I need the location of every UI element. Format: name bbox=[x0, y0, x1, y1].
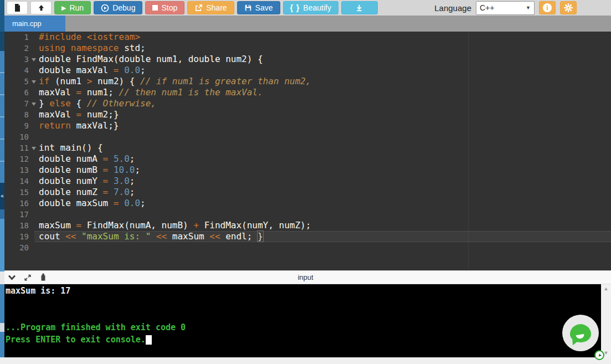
info-icon: i bbox=[543, 3, 552, 12]
bottom-strip bbox=[0, 357, 611, 364]
code-token: return bbox=[39, 120, 71, 131]
line-number: 8 bbox=[4, 109, 34, 120]
code-token: = bbox=[103, 165, 109, 175]
editor-code-area[interactable]: #include <iostream>using namespace std;d… bbox=[34, 32, 611, 253]
code-token: int main() { bbox=[39, 142, 103, 153]
code-token: if bbox=[39, 76, 49, 86]
code-line[interactable]: double numZ = 7.0; bbox=[39, 187, 611, 198]
code-token: = bbox=[103, 153, 109, 164]
code-line[interactable]: double numA = 5.0; bbox=[39, 153, 611, 165]
debug-button[interactable]: Debug bbox=[94, 1, 142, 14]
tab-main-cpp[interactable]: main.cpp bbox=[4, 16, 65, 32]
code-line[interactable]: maxVal = num2;} bbox=[39, 109, 611, 120]
code-line[interactable]: if (num1 > num2) { // if num1 is greater… bbox=[39, 76, 611, 87]
share-button-label: Share bbox=[206, 3, 227, 12]
code-token: = bbox=[103, 187, 109, 197]
code-token: << bbox=[209, 231, 220, 242]
code-token: ; bbox=[140, 65, 146, 75]
line-number: 2 bbox=[4, 43, 34, 54]
code-token: else bbox=[49, 98, 71, 109]
stop-button[interactable]: Stop bbox=[145, 1, 184, 14]
new-file-button[interactable] bbox=[7, 1, 28, 14]
line-number: 20 bbox=[4, 242, 34, 253]
code-token bbox=[108, 165, 114, 175]
scroll-to-bottom-badge[interactable]: ➤ bbox=[594, 350, 604, 360]
language-select[interactable]: C++ ▼ bbox=[476, 1, 535, 15]
code-line[interactable] bbox=[39, 131, 611, 142]
code-line[interactable]: maxSum = FindMax(numA, numB) + FindMax(n… bbox=[39, 220, 611, 231]
line-number: 17 bbox=[4, 209, 34, 220]
code-token: maxVal;} bbox=[71, 120, 119, 131]
code-line[interactable]: } else { // Otherwise, bbox=[39, 98, 611, 109]
code-token: double maxSum bbox=[39, 198, 114, 208]
code-token: > bbox=[87, 76, 93, 86]
settings-button[interactable] bbox=[560, 1, 577, 14]
terminal-line: Press ENTER to exit console. bbox=[6, 334, 601, 346]
braces-icon: { } bbox=[290, 3, 300, 12]
code-token: (num1 bbox=[49, 76, 86, 86]
code-token bbox=[151, 231, 156, 242]
code-line[interactable]: using namespace std; bbox=[39, 43, 611, 54]
line-number: 5 bbox=[4, 76, 34, 87]
beautify-button[interactable]: { } Beautify bbox=[283, 1, 338, 14]
code-token: << bbox=[65, 231, 76, 242]
code-line[interactable]: #include <iostream> bbox=[39, 32, 611, 43]
terminal-line bbox=[6, 297, 601, 309]
save-button-label: Save bbox=[255, 3, 273, 12]
sidebar-segment bbox=[0, 284, 4, 357]
scroll-down-icon[interactable]: ▼ bbox=[604, 348, 609, 357]
code-line[interactable] bbox=[39, 242, 611, 253]
code-token: num2;} bbox=[81, 109, 119, 120]
console-input-label[interactable]: input bbox=[0, 273, 611, 281]
chat-bubble-icon bbox=[570, 324, 591, 342]
code-line[interactable]: maxVal = num1; // then num1 is the maxVa… bbox=[39, 87, 611, 98]
save-button[interactable]: Save bbox=[237, 1, 280, 14]
info-button[interactable]: i bbox=[539, 1, 556, 14]
scroll-up-icon[interactable]: ▲ bbox=[604, 284, 609, 293]
code-line[interactable]: return maxVal;} bbox=[39, 120, 611, 131]
upload-button[interactable] bbox=[30, 1, 52, 14]
sidebar-collapse-icon[interactable]: « bbox=[0, 183, 4, 209]
share-button[interactable]: Share bbox=[187, 1, 234, 14]
code-line[interactable]: double maxSum = 0.0; bbox=[39, 198, 611, 209]
code-token: = bbox=[76, 220, 81, 230]
code-line[interactable]: double numY = 3.0; bbox=[39, 176, 611, 187]
code-token: double numA bbox=[39, 153, 103, 164]
code-token: // if num1 is greater than num2, bbox=[140, 76, 311, 86]
run-button-label: Run bbox=[69, 3, 84, 12]
code-token: double maxVal bbox=[39, 65, 114, 75]
code-line[interactable] bbox=[39, 209, 611, 220]
code-line[interactable]: int main() { bbox=[39, 142, 611, 153]
editor-gutter: 1234567891011121314151617181920 bbox=[4, 32, 34, 253]
code-editor[interactable]: 1234567891011121314151617181920 #include… bbox=[0, 32, 611, 270]
code-token: using namespace bbox=[39, 43, 119, 53]
code-token bbox=[119, 198, 125, 208]
code-token: 3.0 bbox=[114, 176, 130, 186]
run-button[interactable]: ▶ Run bbox=[54, 1, 91, 14]
chat-widget-button[interactable] bbox=[562, 315, 599, 351]
terminal-line bbox=[6, 309, 601, 321]
code-token: + bbox=[193, 220, 199, 230]
play-circle-icon bbox=[101, 4, 109, 12]
download-button[interactable] bbox=[341, 1, 378, 14]
code-line[interactable]: cout << "maxSum is: " << maxSum << endl;… bbox=[39, 231, 611, 242]
line-number: 14 bbox=[4, 176, 34, 187]
console-scrollbar[interactable]: ▲ ▼ bbox=[601, 284, 611, 357]
collapsed-sidebar-strip[interactable]: « bbox=[0, 0, 4, 357]
line-number: 9 bbox=[4, 120, 34, 131]
code-token: = bbox=[103, 176, 109, 186]
share-icon bbox=[194, 4, 203, 12]
code-line[interactable]: double FindMax(double num1, double num2)… bbox=[39, 54, 611, 65]
code-token: cout bbox=[39, 231, 65, 242]
sidebar-segment bbox=[0, 0, 4, 32]
line-number: 3 bbox=[4, 54, 34, 65]
code-token: << bbox=[156, 231, 167, 242]
play-icon: ▶ bbox=[61, 5, 66, 11]
code-token: 0.0 bbox=[124, 65, 140, 75]
console-terminal[interactable]: maxSum is: 17...Program finished with ex… bbox=[4, 284, 601, 357]
code-line[interactable]: double numB = 10.0; bbox=[39, 165, 611, 176]
code-token: ; bbox=[135, 165, 140, 175]
line-number: 1 bbox=[4, 32, 34, 43]
file-icon bbox=[13, 3, 21, 12]
code-line[interactable]: double maxVal = 0.0; bbox=[39, 65, 611, 76]
